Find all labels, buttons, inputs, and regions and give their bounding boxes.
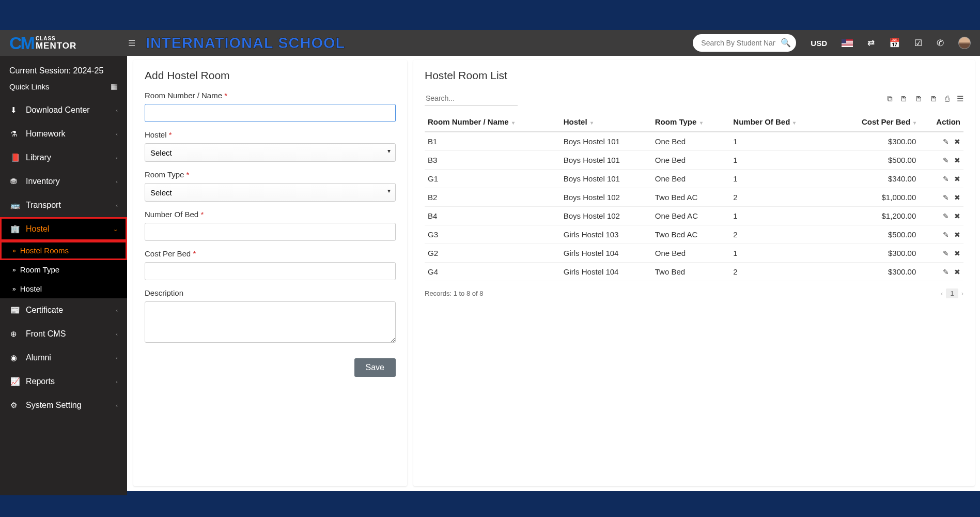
hostel-cell: Boys Hostel 102: [561, 188, 652, 207]
delete-icon[interactable]: ✖: [954, 156, 960, 164]
chevron-left-icon: ‹: [116, 378, 118, 385]
calendar-icon[interactable]: 📅: [889, 38, 900, 49]
sidebar-item-homework[interactable]: ⚗ Homework ‹: [0, 122, 127, 146]
number-of-bed-label: Number Of Bed *: [145, 210, 396, 219]
edit-icon[interactable]: ✎: [943, 156, 949, 164]
list-search-input[interactable]: [425, 91, 518, 106]
delete-icon[interactable]: ✖: [954, 268, 960, 276]
nav-label: Homework: [26, 129, 65, 139]
pager-page[interactable]: 1: [946, 288, 958, 298]
logo-small-text: CLASS: [36, 36, 76, 41]
double-chevron-icon: »: [12, 247, 16, 254]
pdf-icon[interactable]: 🗎: [930, 94, 938, 103]
cost-cell: $1,200.00: [831, 207, 919, 225]
quick-links[interactable]: Quick Links ▦: [0, 79, 127, 98]
edit-icon[interactable]: ✎: [943, 138, 949, 146]
download-icon: ⬇: [10, 105, 20, 115]
sidebar-item-hostel[interactable]: 🏢 Hostel ⌄: [0, 217, 127, 241]
language-flag-icon[interactable]: [842, 39, 853, 47]
edit-icon[interactable]: ✎: [943, 249, 949, 257]
col-number-of-bed[interactable]: Number Of Bed ▾: [730, 112, 831, 132]
save-button[interactable]: Save: [354, 358, 396, 377]
hostel-room-list: Hostel Room List ⧉ 🗎 🗎 🗎 ⎙ ☰: [413, 60, 975, 486]
menu-toggle-icon[interactable]: ☰: [128, 38, 135, 48]
table-row: G1Boys Hostel 101One Bed1$340.00✎✖: [425, 170, 963, 188]
col-cost-per-bed[interactable]: Cost Per Bed ▾: [831, 112, 919, 132]
room-type-cell: Two Bed AC: [652, 188, 730, 207]
nav-label: Reports: [26, 377, 55, 386]
delete-icon[interactable]: ✖: [954, 249, 960, 257]
copy-icon[interactable]: ⧉: [887, 94, 893, 103]
delete-icon[interactable]: ✖: [954, 175, 960, 183]
room-type-label: Room Type *: [145, 170, 396, 179]
delete-icon[interactable]: ✖: [954, 138, 960, 146]
records-count: Records: 1 to 8 of 8: [425, 290, 483, 297]
edit-icon[interactable]: ✎: [943, 268, 949, 276]
description-textarea[interactable]: [145, 301, 396, 343]
double-chevron-icon: »: [12, 266, 16, 273]
room-type-cell: One Bed: [652, 244, 730, 263]
pager-prev[interactable]: ‹: [941, 290, 943, 297]
logo-mark: CM: [9, 33, 34, 53]
table-row: B4Boys Hostel 102One Bed AC1$1,200.00✎✖: [425, 207, 963, 225]
edit-icon[interactable]: ✎: [943, 175, 949, 183]
excel-icon[interactable]: 🗎: [900, 94, 908, 103]
room-type-select[interactable]: Select: [145, 183, 396, 202]
nav-label: Download Center: [26, 105, 90, 115]
sidebar-item-transport[interactable]: 🚌 Transport ‹: [0, 193, 127, 217]
student-search: 🔍: [693, 34, 796, 52]
tasks-icon[interactable]: ☑: [914, 38, 922, 49]
hostel-select[interactable]: Select: [145, 143, 396, 162]
room-number-cell: B4: [425, 207, 561, 225]
whatsapp-icon[interactable]: ✆: [937, 38, 944, 49]
sidebar-item-library[interactable]: 📕 Library ‹: [0, 146, 127, 170]
pager-next[interactable]: ›: [961, 290, 963, 297]
hostel-label: Hostel *: [145, 130, 396, 139]
sidebar-item-front-cms[interactable]: ⊕ Front CMS ‹: [0, 322, 127, 346]
sort-icon: ▾: [913, 120, 916, 126]
inventory-icon: ⛃: [10, 177, 20, 186]
sidebar-sub-room-type[interactable]: » Room Type: [0, 260, 127, 279]
delete-icon[interactable]: ✖: [954, 212, 960, 220]
chevron-left-icon: ‹: [116, 107, 118, 113]
col-room-type[interactable]: Room Type ▾: [652, 112, 730, 132]
book-icon: 📕: [10, 153, 20, 162]
sidebar-item-inventory[interactable]: ⛃ Inventory ‹: [0, 170, 127, 193]
cost-per-bed-input[interactable]: [145, 262, 396, 280]
room-type-cell: One Bed: [652, 132, 730, 151]
table-row: B2Boys Hostel 102Two Bed AC2$1,000.00✎✖: [425, 188, 963, 207]
number-of-bed-input[interactable]: [145, 223, 396, 241]
delete-icon[interactable]: ✖: [954, 231, 960, 239]
search-icon[interactable]: 🔍: [781, 38, 791, 48]
currency-label[interactable]: USD: [811, 39, 827, 48]
print-icon[interactable]: ⎙: [945, 94, 950, 103]
cost-cell: $1,000.00: [831, 188, 919, 207]
sidebar-item-system-setting[interactable]: ⚙ System Setting ‹: [0, 393, 127, 417]
col-room-number[interactable]: Room Number / Name ▾: [425, 112, 561, 132]
edit-icon[interactable]: ✎: [943, 212, 949, 220]
delete-icon[interactable]: ✖: [954, 193, 960, 202]
avatar[interactable]: [958, 37, 971, 49]
sidebar-item-download-center[interactable]: ⬇ Download Center ‹: [0, 98, 127, 122]
sidebar-item-alumni[interactable]: ◉ Alumni ‹: [0, 346, 127, 370]
sidebar-sub-hostel-list[interactable]: » Hostel: [0, 279, 127, 298]
edit-icon[interactable]: ✎: [943, 193, 949, 202]
logo[interactable]: CM CLASS MENTOR: [9, 33, 128, 53]
transfer-icon[interactable]: ⇄: [867, 38, 875, 49]
bus-icon: 🚌: [10, 201, 20, 210]
chevron-left-icon: ‹: [116, 178, 118, 185]
beds-cell: 1: [730, 207, 831, 225]
double-chevron-icon: »: [12, 285, 16, 293]
csv-icon[interactable]: 🗎: [915, 94, 923, 103]
room-number-input[interactable]: [145, 104, 396, 122]
quick-links-label: Quick Links: [9, 82, 50, 91]
chevron-left-icon: ‹: [116, 331, 118, 337]
edit-icon[interactable]: ✎: [943, 231, 949, 239]
sidebar-sub-hostel-rooms[interactable]: » Hostel Rooms: [0, 241, 127, 260]
sidebar-item-certificate[interactable]: 📰 Certificate ‹: [0, 298, 127, 322]
sidebar-item-reports[interactable]: 📈 Reports ‹: [0, 370, 127, 393]
pager: ‹ 1 ›: [941, 288, 963, 298]
room-number-cell: G4: [425, 263, 561, 281]
columns-icon[interactable]: ☰: [957, 94, 963, 103]
col-hostel[interactable]: Hostel ▾: [561, 112, 652, 132]
